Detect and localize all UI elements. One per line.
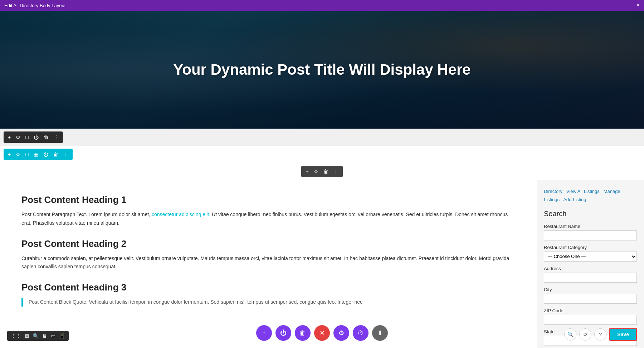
content-heading-1: Post Content Heading 1 <box>21 194 519 205</box>
search-title: Search <box>544 210 637 218</box>
content-area: Post Content Heading 1 Post Content Para… <box>0 180 537 348</box>
content-paragraph-1: Post Content Paragraph Text. Lorem ipsum… <box>21 210 519 228</box>
float-settings-button[interactable]: ⚙ <box>333 325 349 341</box>
float-close-button[interactable]: ✕ <box>314 325 330 341</box>
content-link-1[interactable]: consectetur adipiscing elit. <box>152 212 210 217</box>
sidebar: Directory View All Listings Manage Listi… <box>537 180 644 348</box>
inner-copy-icon[interactable]: □ <box>25 151 29 158</box>
float-power-button[interactable]: ⏻ <box>275 325 291 341</box>
hero-section: Your Dynamic Post Title Will Display Her… <box>0 11 644 129</box>
city-input[interactable] <box>544 294 637 304</box>
content-toolbar: + ⚙ 🗑 ⋮ <box>301 166 342 177</box>
left-grid-icon[interactable]: ▦ <box>24 333 29 339</box>
right-undo-icon[interactable]: ↺ <box>579 328 591 340</box>
content-heading-2: Post Content Heading 2 <box>21 238 519 249</box>
outer-toolbar: + ⚙ □ ⏻ 🗑 ⋮ <box>4 131 63 143</box>
hero-title: Your Dynamic Post Title Will Display Her… <box>173 61 470 78</box>
inner-gear-icon[interactable]: ⚙ <box>15 151 21 158</box>
outer-trash-icon[interactable]: 🗑 <box>43 134 49 141</box>
sidebar-nav-add[interactable]: Add Listing <box>563 197 586 202</box>
outer-more-icon[interactable]: ⋮ <box>53 134 59 141</box>
left-search-icon[interactable]: 🔍 <box>33 333 39 339</box>
address-input[interactable] <box>544 273 637 283</box>
city-label: City <box>544 287 637 292</box>
title-bar: Edit All Directory Body Layout × <box>0 0 644 11</box>
outer-gear-icon[interactable]: ⚙ <box>15 134 21 141</box>
right-bottom-toolbar: 🔍 ↺ ? Save <box>564 328 637 341</box>
restaurant-name-input[interactable] <box>544 230 637 240</box>
left-mobile-icon[interactable]: 📱 <box>59 333 65 339</box>
outer-copy-icon[interactable]: □ <box>25 134 29 141</box>
float-delete-button[interactable]: 🗑 <box>295 325 311 341</box>
sidebar-nav: Directory View All Listings Manage Listi… <box>544 187 637 204</box>
outer-power-icon[interactable]: ⏻ <box>33 134 39 141</box>
title-bar-text: Edit All Directory Body Layout <box>4 3 65 8</box>
bottom-toolbar: + ⏻ 🗑 ✕ ⚙ ⏱ ⏸ <box>256 325 388 341</box>
restaurant-name-label: Restaurant Name <box>544 224 637 229</box>
blockquote-section: Post Content Block Quote. Vehicula ut fa… <box>21 298 519 307</box>
float-pause-button[interactable]: ⏸ <box>372 325 388 341</box>
inner-power-icon[interactable]: ⏻ <box>43 151 49 158</box>
left-bottom-toolbar: ⋮⋮ ▦ 🔍 🖥 ▭ 📱 <box>7 331 69 341</box>
main-area: Post Content Heading 1 Post Content Para… <box>0 180 644 348</box>
inner-add-icon[interactable]: + <box>7 151 11 158</box>
zip-input[interactable] <box>544 315 637 325</box>
inner-toolbar: + ⚙ □ ▦ ⏻ 🗑 ⋮ <box>4 149 73 160</box>
save-button[interactable]: Save <box>609 328 637 341</box>
content-gear-icon[interactable]: ⚙ <box>313 168 319 175</box>
zip-label: ZIP Code <box>544 308 637 313</box>
content-more-icon[interactable]: ⋮ <box>333 168 339 175</box>
inner-more-icon[interactable]: ⋮ <box>63 151 69 158</box>
content-heading-3: Post Content Heading 3 <box>21 282 519 293</box>
float-add-button[interactable]: + <box>256 325 272 341</box>
address-label: Address <box>544 266 637 271</box>
content-add-icon[interactable]: + <box>305 168 309 175</box>
left-desktop-icon[interactable]: 🖥 <box>42 333 47 339</box>
content-paragraph-2: Curabitur a commodo sapien, at pellentes… <box>21 254 519 272</box>
blockquote-text: Post Content Block Quote. Vehicula ut fa… <box>29 298 519 307</box>
close-icon[interactable]: × <box>636 2 640 9</box>
left-menu-icon[interactable]: ⋮⋮ <box>11 333 21 339</box>
restaurant-category-label: Restaurant Category <box>544 245 637 250</box>
inner-columns-icon[interactable]: ▦ <box>33 151 39 158</box>
float-history-button[interactable]: ⏱ <box>353 325 369 341</box>
right-help-icon[interactable]: ? <box>594 328 606 340</box>
content-trash-icon[interactable]: 🗑 <box>323 168 329 175</box>
restaurant-category-select[interactable]: — Choose One — <box>544 252 637 262</box>
right-search-icon[interactable]: 🔍 <box>564 328 576 340</box>
sidebar-nav-view-all[interactable]: View All Listings <box>566 189 600 194</box>
outer-add-icon[interactable]: + <box>7 134 11 141</box>
left-tablet-icon[interactable]: ▭ <box>51 333 55 339</box>
inner-trash-icon[interactable]: 🗑 <box>53 151 59 158</box>
sidebar-nav-directory[interactable]: Directory <box>544 189 562 194</box>
